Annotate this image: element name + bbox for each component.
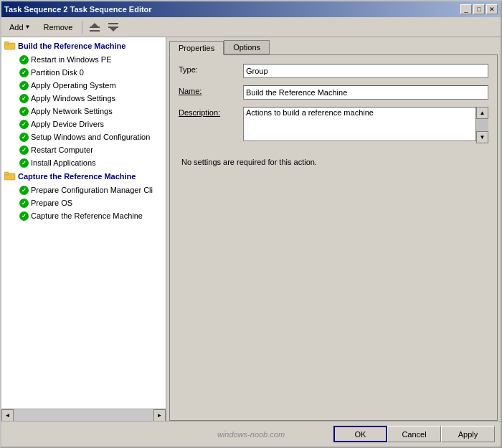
tree-item-label: Restart in Windows PE bbox=[31, 55, 111, 64]
svg-rect-3 bbox=[108, 27, 118, 28]
check-icon: ✓ bbox=[19, 211, 29, 221]
tab-content-properties: Type: Name: Description: bbox=[169, 54, 498, 421]
svg-rect-7 bbox=[4, 42, 9, 44]
scroll-down-button[interactable]: ▼ bbox=[476, 131, 488, 143]
tree-item-prepare-configmgr[interactable]: ✓ Prepare Configuration Manager Cli bbox=[1, 184, 166, 196]
tree-item-label: Apply Windows Settings bbox=[31, 94, 115, 103]
tree-item-capture-ref[interactable]: ✓ Capture the Reference Machine bbox=[1, 209, 166, 222]
right-panel: Properties Options Type: Name: bbox=[166, 37, 501, 421]
svg-rect-9 bbox=[4, 172, 9, 175]
no-settings-text: No settings are required for this action… bbox=[181, 158, 488, 166]
tree-item-setup-windows[interactable]: ✓ Setup Windows and Configuration bbox=[1, 130, 166, 143]
tree-item-label: Partition Disk 0 bbox=[31, 68, 84, 77]
tree-item-apply-drivers[interactable]: ✓ Apply Device Drivers bbox=[1, 118, 166, 130]
close-button[interactable]: ✕ bbox=[486, 4, 498, 14]
move-down-icon bbox=[107, 21, 120, 34]
capture-group-header[interactable]: Capture the Reference Machine bbox=[1, 169, 166, 184]
tree-view: Build the Reference Machine ✓ Restart in… bbox=[1, 37, 166, 409]
name-field-row: Name: bbox=[179, 85, 488, 100]
tree-item-prepare-os[interactable]: ✓ Prepare OS bbox=[1, 196, 166, 209]
tab-properties-label: Properties bbox=[179, 44, 214, 52]
description-textarea[interactable] bbox=[243, 107, 476, 141]
tree-item-label: Prepare Configuration Manager Cli bbox=[31, 186, 153, 194]
check-icon: ✓ bbox=[19, 67, 29, 77]
remove-label: Remove bbox=[44, 23, 73, 32]
tree-item-apply-net-settings[interactable]: ✓ Apply Network Settings bbox=[1, 105, 166, 118]
description-scrollbars: ▲ ▼ bbox=[476, 107, 488, 143]
scroll-track[interactable] bbox=[476, 119, 488, 131]
tab-options[interactable]: Options bbox=[224, 40, 270, 54]
add-label: Add bbox=[9, 23, 24, 32]
tree-item-install-apps[interactable]: ✓ Install Applications bbox=[1, 156, 166, 169]
tree-item-label: Apply Network Settings bbox=[31, 107, 113, 115]
tree-item-restart-computer[interactable]: ✓ Restart Computer bbox=[1, 143, 166, 156]
remove-button[interactable]: Remove bbox=[39, 21, 78, 34]
toolbar: Add ▼ Remove bbox=[1, 17, 501, 37]
apply-label: Apply bbox=[458, 430, 478, 439]
tree-item-label: Restart Computer bbox=[31, 146, 93, 154]
add-button[interactable]: Add ▼ bbox=[4, 21, 36, 34]
tab-options-label: Options bbox=[233, 43, 260, 52]
move-down-button[interactable] bbox=[105, 19, 121, 35]
tree-item-partition-disk[interactable]: ✓ Partition Disk 0 bbox=[1, 66, 166, 79]
tree-item-apply-win-settings[interactable]: ✓ Apply Windows Settings bbox=[1, 92, 166, 105]
name-label: Name: bbox=[179, 85, 243, 95]
minimize-button[interactable]: _ bbox=[460, 4, 472, 14]
scroll-right-button[interactable]: ► bbox=[153, 409, 166, 421]
tree-item-label: Capture the Reference Machine bbox=[31, 211, 143, 220]
svg-marker-1 bbox=[91, 23, 98, 27]
tab-bar: Properties Options bbox=[166, 37, 501, 54]
bottom-bar: windows-noob.com OK Cancel Apply bbox=[1, 421, 501, 447]
name-input[interactable] bbox=[243, 85, 488, 100]
svg-rect-0 bbox=[90, 27, 100, 28]
check-icon: ✓ bbox=[19, 145, 29, 155]
description-label: Description: bbox=[179, 107, 243, 117]
maximize-button[interactable]: □ bbox=[473, 4, 485, 14]
type-value-container bbox=[243, 64, 488, 78]
folder-icon bbox=[4, 171, 16, 182]
apply-button[interactable]: Apply bbox=[441, 426, 495, 442]
description-value-container: ▲ ▼ bbox=[243, 107, 488, 143]
folder-icon bbox=[4, 40, 16, 52]
check-icon: ✓ bbox=[19, 80, 29, 90]
move-up-icon bbox=[88, 21, 101, 34]
watermark: windows-noob.com bbox=[217, 430, 285, 439]
type-label: Type: bbox=[179, 64, 243, 74]
tree-item-label: Prepare OS bbox=[31, 199, 72, 207]
scroll-up-button[interactable]: ▲ bbox=[476, 107, 488, 119]
move-up-button[interactable] bbox=[87, 19, 103, 35]
scroll-left-button[interactable]: ◄ bbox=[1, 409, 14, 421]
build-group: Build the Reference Machine ✓ Restart in… bbox=[1, 39, 166, 169]
ok-button[interactable]: OK bbox=[333, 426, 387, 442]
tree-item-label: Install Applications bbox=[31, 158, 96, 167]
check-icon: ✓ bbox=[19, 158, 29, 168]
tree-item-label: Apply Operating System bbox=[31, 81, 116, 90]
cancel-label: Cancel bbox=[402, 430, 426, 439]
check-icon: ✓ bbox=[19, 198, 29, 208]
tree-item-label: Setup Windows and Configuration bbox=[31, 133, 150, 141]
type-field-row: Type: bbox=[179, 64, 488, 78]
build-group-label: Build the Reference Machine bbox=[18, 42, 126, 50]
tree-item-label: Apply Device Drivers bbox=[31, 120, 104, 128]
name-value-container bbox=[243, 85, 488, 100]
check-icon: ✓ bbox=[19, 106, 29, 116]
tab-properties[interactable]: Properties bbox=[169, 41, 224, 55]
toolbar-separator bbox=[82, 21, 82, 34]
type-input[interactable] bbox=[243, 64, 488, 78]
capture-group-label: Capture the Reference Machine bbox=[18, 172, 136, 181]
title-bar: Task Sequence 2 Task Sequence Editor _ □… bbox=[1, 1, 501, 17]
check-icon: ✓ bbox=[19, 93, 29, 103]
check-icon: ✓ bbox=[19, 132, 29, 142]
ok-label: OK bbox=[355, 430, 366, 439]
build-group-header[interactable]: Build the Reference Machine bbox=[1, 39, 166, 53]
svg-rect-5 bbox=[108, 23, 118, 24]
scroll-track[interactable] bbox=[14, 409, 153, 421]
cancel-button[interactable]: Cancel bbox=[387, 426, 441, 442]
tree-scrollbar: ◄ ► bbox=[1, 409, 166, 421]
check-icon: ✓ bbox=[19, 119, 29, 129]
add-dropdown-icon: ▼ bbox=[25, 24, 31, 30]
check-icon: ✓ bbox=[19, 185, 29, 195]
tree-item-restart-winpe[interactable]: ✓ Restart in Windows PE bbox=[1, 53, 166, 66]
main-content: Build the Reference Machine ✓ Restart in… bbox=[1, 37, 501, 421]
tree-item-apply-os[interactable]: ✓ Apply Operating System bbox=[1, 79, 166, 92]
